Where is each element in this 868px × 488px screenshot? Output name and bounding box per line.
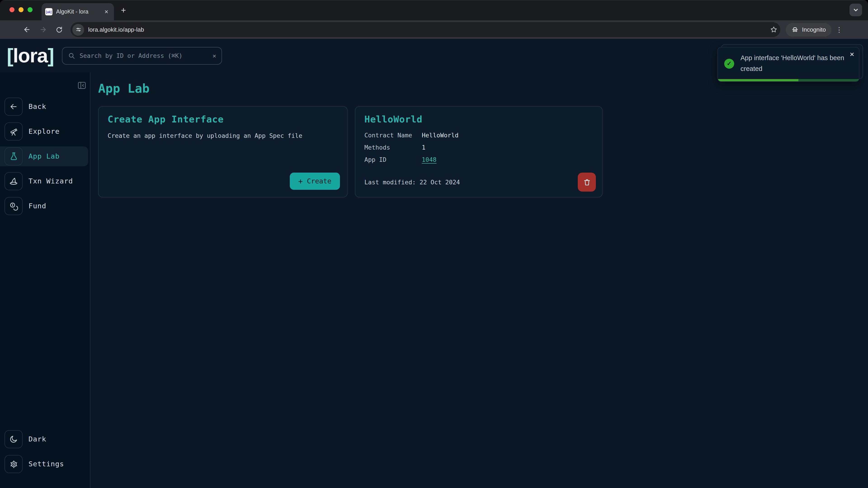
search-box[interactable]: ✕ — [62, 47, 222, 64]
sidebar-item-label: App Lab — [29, 152, 60, 160]
detail-label: App ID — [364, 156, 422, 163]
bookmark-star-icon[interactable] — [770, 26, 778, 33]
sidebar-item-settings[interactable]: Settings — [0, 454, 90, 474]
tune-icon — [75, 27, 81, 33]
search-input[interactable] — [80, 52, 213, 59]
browser-toolbar: lora.algokit.io/app-lab Incognito ⋮ — [0, 20, 868, 39]
icon-box — [4, 172, 23, 190]
flask-icon — [9, 152, 18, 161]
incognito-icon — [791, 26, 799, 33]
create-app-interface-card: Create App Interface Create an app inter… — [98, 106, 348, 197]
toast-message: App interface 'HelloWorld' has been crea… — [741, 53, 845, 74]
sidebar-item-txn-wizard[interactable]: Txn Wizard — [0, 171, 90, 191]
window-close-button[interactable] — [9, 7, 14, 12]
app-body: Back Explore App Lab — [0, 72, 868, 488]
sidebar-item-label: Fund — [29, 202, 46, 210]
icon-box — [4, 98, 23, 116]
detail-label: Methods — [364, 144, 422, 151]
card-title: Create App Interface — [107, 114, 338, 125]
success-check-icon: ✓ — [724, 59, 734, 68]
detail-row: App ID 1048 — [364, 156, 593, 168]
browser-window: [ak] AlgoKit - lora ✕ + — [0, 0, 868, 488]
lora-app: [lora] ✕ — [0, 39, 868, 488]
settings-label: Settings — [29, 460, 64, 468]
address-bar[interactable]: lora.algokit.io/app-lab — [70, 22, 780, 37]
detail-value: 1 — [422, 144, 426, 151]
delete-app-button[interactable] — [578, 173, 596, 192]
sidebar-footer: Dark Settings — [0, 429, 90, 479]
logo-text: lora — [13, 44, 48, 66]
url-text: lora.algokit.io/app-lab — [88, 26, 770, 33]
incognito-badge: Incognito — [786, 23, 831, 36]
icon-box — [4, 197, 23, 215]
tab-search-button[interactable] — [849, 4, 862, 16]
arrow-left-icon — [9, 102, 18, 111]
sidebar-nav: Back Explore App Lab — [0, 97, 90, 221]
browser-menu-button[interactable]: ⋮ — [836, 26, 843, 34]
icon-box — [4, 430, 23, 448]
moon-icon — [9, 435, 18, 444]
coins-icon — [9, 201, 18, 211]
plus-icon: + — [298, 177, 303, 186]
detail-row: Methods 1 — [364, 144, 593, 156]
app-card-title: HelloWorld — [364, 114, 593, 125]
reload-icon — [56, 26, 63, 33]
success-toast: ✓ App interface 'HelloWorld' has been cr… — [717, 47, 860, 82]
tab-close-icon[interactable]: ✕ — [103, 8, 110, 15]
icon-box — [4, 455, 23, 473]
create-button[interactable]: + Create — [289, 173, 340, 190]
sidebar-collapse-button[interactable] — [77, 80, 87, 90]
telescope-icon — [9, 127, 18, 136]
sidebar-item-app-lab[interactable]: App Lab — [0, 147, 88, 166]
sidebar-item-fund[interactable]: Fund — [0, 196, 90, 216]
trash-icon — [583, 178, 591, 186]
icon-box — [4, 147, 23, 165]
incognito-label: Incognito — [802, 26, 826, 33]
browser-tab[interactable]: [ak] AlgoKit - lora ✕ — [41, 3, 114, 20]
theme-toggle-dark[interactable]: Dark — [0, 429, 90, 449]
last-modified-text: Last modified: 22 Oct 2024 — [364, 178, 460, 186]
tab-title: AlgoKit - lora — [56, 8, 103, 15]
helloworld-app-card: HelloWorld Contract Name HelloWorld Meth… — [355, 106, 602, 197]
main-content: App Lab Create App Interface Create an a… — [90, 72, 868, 488]
page-title: App Lab — [98, 81, 868, 95]
favicon: [ak] — [45, 8, 53, 15]
window-minimize-button[interactable] — [19, 7, 24, 12]
sidebar-item-label: Txn Wizard — [29, 177, 73, 185]
app-id-link[interactable]: 1048 — [422, 156, 436, 163]
create-button-label: Create — [307, 177, 331, 185]
sidebar-item-back[interactable]: Back — [0, 97, 90, 117]
app-card-details: Contract Name HelloWorld Methods 1 App I… — [364, 131, 593, 168]
search-clear-icon[interactable]: ✕ — [213, 52, 216, 59]
screen: [ak] AlgoKit - lora ✕ + — [0, 0, 868, 488]
logo-bracket: [ — [7, 44, 13, 66]
toast-close-icon[interactable]: ✕ — [849, 51, 855, 58]
tab-strip: [ak] AlgoKit - lora ✕ + — [0, 0, 868, 20]
card-footer: Last modified: 22 Oct 2024 — [364, 173, 596, 192]
lora-logo[interactable]: [lora] — [7, 46, 54, 66]
toast-progress-track — [718, 79, 859, 81]
wizard-hat-icon — [8, 176, 19, 186]
card-description: Create an app interface by uploading an … — [107, 132, 338, 139]
forward-arrow-icon — [39, 26, 47, 33]
new-tab-button[interactable]: + — [118, 4, 129, 16]
logo-bracket: ] — [48, 44, 54, 66]
sidebar-item-label: Explore — [29, 127, 60, 135]
detail-row: Contract Name HelloWorld — [364, 131, 593, 144]
detail-label: Contract Name — [364, 131, 422, 139]
site-settings-button[interactable] — [72, 24, 84, 35]
sidebar-item-label: Back — [29, 103, 46, 111]
gear-icon — [9, 459, 18, 469]
cards-row: Create App Interface Create an app inter… — [98, 106, 868, 197]
chevron-down-icon — [853, 7, 859, 13]
back-button[interactable] — [20, 23, 33, 36]
detail-value: HelloWorld — [422, 131, 459, 139]
search-icon — [68, 52, 75, 59]
reload-button[interactable] — [53, 23, 66, 36]
toast-progress-fill — [718, 79, 798, 81]
forward-button[interactable] — [36, 23, 50, 36]
window-zoom-button[interactable] — [28, 7, 33, 12]
back-arrow-icon — [23, 26, 31, 33]
sidebar-item-explore[interactable]: Explore — [0, 122, 90, 141]
icon-box — [4, 123, 23, 140]
